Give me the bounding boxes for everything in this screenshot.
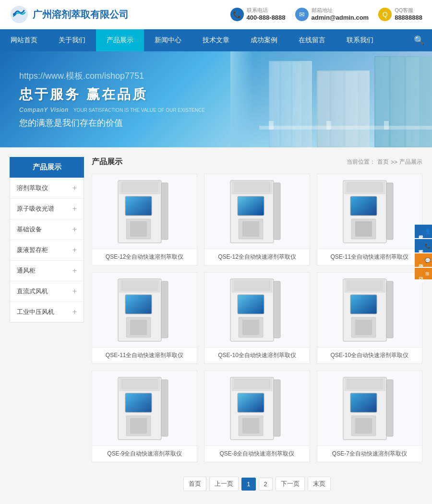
sidebar: 产品展示 溶剂萃取仪 + 原子吸收光谱 + 基础设备 + 废液暂存柜 + 通风柜… <box>10 157 84 496</box>
product-name-7: QSE-8全自动快速溶剂萃取仪 <box>204 445 309 462</box>
search-button[interactable]: 🔍 <box>406 30 432 50</box>
product-name-0: QSE-12全自动快速溶剂萃取仪 <box>92 249 197 265</box>
svg-rect-67 <box>161 380 168 436</box>
product-name-2: QSE-11全自动快速溶剂萃取仪 <box>317 249 422 265</box>
svg-rect-68 <box>130 418 147 433</box>
banner-title-en: YOUR SATISFACTION IS THE VALUE OF OUR EX… <box>73 108 205 113</box>
phone-info: 联系电话 400-888-8888 <box>247 7 286 22</box>
svg-rect-13 <box>391 57 404 146</box>
nav-about[interactable]: 关于我们 <box>48 29 96 51</box>
phone-float-icon: 📞 <box>425 243 430 249</box>
svg-rect-50 <box>234 280 270 291</box>
building-svg <box>230 51 432 147</box>
expand-icon-3: + <box>72 246 77 254</box>
expand-icon-5: + <box>72 287 77 296</box>
svg-rect-78 <box>347 379 383 389</box>
float-contact-method[interactable]: 📞 联系方式 <box>415 239 432 252</box>
page-1[interactable]: 1 <box>241 478 255 491</box>
sidebar-menu: 溶剂萃取仪 + 原子吸收光谱 + 基础设备 + 废液暂存柜 + 通风柜 + 直流… <box>10 178 84 323</box>
content-header: 产品展示 当前位置： 首页 >> 产品展示 <box>92 157 422 167</box>
page-last[interactable]: 末页 <box>308 477 331 491</box>
product-card-0[interactable]: QSE-12全自动快速溶剂萃取仪 <box>92 174 197 265</box>
product-card-7[interactable]: QSE-8全自动快速溶剂萃取仪 <box>204 371 310 462</box>
svg-rect-60 <box>386 281 393 338</box>
svg-rect-79 <box>350 393 377 412</box>
product-card-2[interactable]: QSE-11全自动快速溶剂萃取仪 <box>317 174 422 265</box>
product-name-6: QSE-9全自动快速溶剂萃取仪 <box>92 445 197 462</box>
sidebar-item-industrial[interactable]: 工业中压风机 + <box>10 302 84 322</box>
svg-rect-10 <box>346 72 358 146</box>
page-next[interactable]: 下一页 <box>276 477 305 491</box>
product-name-4: QSE-10全自动快速溶剂萃取仪 <box>204 347 309 363</box>
float-online-service[interactable]: 👤 在线客服 <box>415 225 432 238</box>
product-card-6[interactable]: QSE-9全自动快速溶剂萃取仪 <box>92 371 197 462</box>
sidebar-item-atomic[interactable]: 原子吸收光谱 + <box>10 199 84 219</box>
product-card-3[interactable]: QSE-11全自动快速溶剂萃取仪 <box>92 272 197 364</box>
page-prev[interactable]: 上一页 <box>209 477 239 491</box>
svg-rect-9 <box>331 72 343 146</box>
sidebar-item-basic[interactable]: 基础设备 + <box>10 219 84 240</box>
breadcrumb-home-label: 当前位置： <box>347 158 375 166</box>
svg-rect-40 <box>355 221 372 237</box>
breadcrumb-home[interactable]: 首页 <box>377 158 389 166</box>
svg-rect-53 <box>274 281 280 338</box>
banner: https://www.模板.com/ishop7751 忠于服务 赢在品质 C… <box>0 51 432 147</box>
email-info: 邮箱地址 admin@admin.com <box>312 7 369 22</box>
qq-icon: Q <box>378 8 392 21</box>
product-card-8[interactable]: QSE-7全自动快速溶剂萃取仪 <box>317 371 422 462</box>
machine-svg-4 <box>228 276 286 344</box>
svg-rect-64 <box>121 379 158 389</box>
sidebar-item-waste[interactable]: 废液暂存柜 + <box>10 240 84 261</box>
machine-svg-1 <box>228 178 286 245</box>
svg-rect-29 <box>234 182 270 192</box>
float-sidebar: 👤 在线客服 📞 联系方式 💬 微信 ⊞ 二维码 <box>415 225 432 279</box>
float-qrcode[interactable]: ⊞ 二维码 <box>415 268 432 279</box>
svg-rect-23 <box>125 196 152 216</box>
expand-icon-6: + <box>72 308 77 316</box>
contact-email: ✉ 邮箱地址 admin@admin.com <box>295 7 369 22</box>
page-first[interactable]: 首页 <box>183 477 206 491</box>
nav-news[interactable]: 新闻中心 <box>144 29 192 51</box>
content-title: 产品展示 <box>92 157 122 167</box>
product-image-3 <box>92 273 197 347</box>
nav-products[interactable]: 产品展示 <box>96 29 144 51</box>
nav-cases[interactable]: 成功案例 <box>240 29 288 51</box>
machine-svg-2 <box>341 178 398 245</box>
phone-icon: 📞 <box>230 8 244 21</box>
product-grid: QSE-12全自动快速溶剂萃取仪 <box>92 174 422 462</box>
pagination: 首页 上一页 1 2 下一页 末页 <box>92 472 422 496</box>
float-wechat[interactable]: 💬 微信 <box>415 253 432 267</box>
contact-qq: Q QQ客服 88888888 <box>378 7 422 22</box>
svg-rect-19 <box>230 51 288 147</box>
product-card-5[interactable]: QSE-10全自动快速溶剂萃取仪 <box>317 272 422 364</box>
svg-rect-6 <box>293 62 301 146</box>
svg-rect-75 <box>242 418 259 433</box>
nav-message[interactable]: 在线留言 <box>288 29 336 51</box>
logo-text: 广州溶剂萃取有限公司 <box>33 8 129 21</box>
svg-rect-43 <box>121 280 158 291</box>
svg-rect-17 <box>326 121 331 130</box>
page-2[interactable]: 2 <box>259 478 273 491</box>
header: 广州溶剂萃取有限公司 📞 联系电话 400-888-8888 ✉ 邮箱地址 ad… <box>0 0 432 29</box>
navigation: 网站首页 关于我们 产品展示 新闻中心 技术文章 成功案例 在线留言 联系我们 … <box>0 29 432 51</box>
svg-rect-33 <box>242 221 259 237</box>
logo[interactable]: 广州溶剂萃取有限公司 <box>10 5 129 24</box>
product-image-2 <box>317 174 422 249</box>
nav-contact[interactable]: 联系我们 <box>336 29 384 51</box>
product-card-1[interactable]: QSE-12全自动快速溶剂萃取仪 <box>204 174 310 265</box>
product-name-1: QSE-12全自动快速溶剂萃取仪 <box>204 249 309 265</box>
sidebar-item-solvent[interactable]: 溶剂萃取仪 + <box>10 178 84 199</box>
sidebar-item-fan[interactable]: 直流式风机 + <box>10 281 84 302</box>
svg-rect-12 <box>375 57 389 146</box>
svg-rect-8 <box>318 72 330 146</box>
product-card-4[interactable]: QSE-10全自动快速溶剂萃取仪 <box>204 272 310 364</box>
svg-rect-26 <box>130 221 147 237</box>
contact-phone: 📞 联系电话 400-888-8888 <box>230 7 286 22</box>
nav-tech[interactable]: 技术文章 <box>192 29 240 51</box>
nav-home[interactable]: 网站首页 <box>0 29 48 51</box>
main-content: 产品展示 溶剂萃取仪 + 原子吸收光谱 + 基础设备 + 废液暂存柜 + 通风柜… <box>0 147 432 504</box>
sidebar-item-ventilation[interactable]: 通风柜 + <box>10 261 84 281</box>
banner-decoration <box>230 51 432 147</box>
product-name-8: QSE-7全自动快速溶剂萃取仪 <box>317 445 422 462</box>
svg-rect-58 <box>350 295 377 314</box>
